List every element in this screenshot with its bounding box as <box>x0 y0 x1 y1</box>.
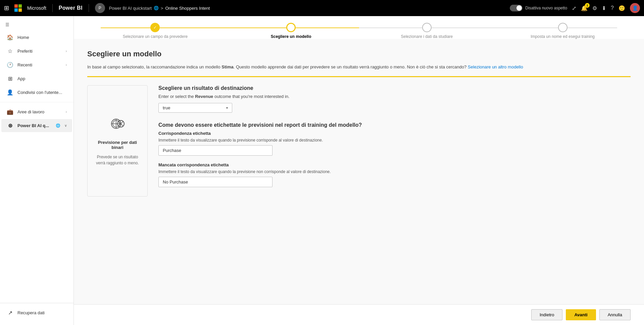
content-description: In base al campo selezionato, la raccoma… <box>87 64 631 71</box>
powerbi-ai-icon: ⊛ <box>7 122 13 129</box>
step-label-1: Selezionare un campo da prevedere <box>123 34 188 39</box>
microsoft-logo <box>14 4 22 12</box>
globe-icon: 🌐 <box>154 6 159 10</box>
step-circle-1: ✓ <box>150 23 160 32</box>
workspace-icon: P <box>95 3 105 13</box>
download-icon[interactable]: ⬇ <box>602 5 606 11</box>
nav-divider2 <box>89 4 89 12</box>
toggle-thumb <box>516 5 522 11</box>
desc-bold: Stima <box>221 64 233 69</box>
step-circle-3 <box>422 23 432 32</box>
wizard-steps: ✓ Selezionare un campo da prevedere Sceg… <box>74 16 644 39</box>
match-label-group: Corrispondenza etichetta Immettere il te… <box>158 131 631 156</box>
match-sublabel: Immettere il testo da visualizzare quand… <box>158 138 631 143</box>
outcome-select-value: true <box>163 105 170 110</box>
step-label-3: Selezionare i dati da studiare <box>401 34 453 39</box>
dest-desc-suffix: outcome that you're most interested in. <box>213 94 289 99</box>
wizard-step-4: Imposta un nome ed esegui training <box>495 23 631 39</box>
sidebar-item-condivisi-label: Condivisi con l'utente... <box>17 90 67 95</box>
notification-icon[interactable]: 🔔 1 <box>581 5 588 11</box>
sidebar-item-home[interactable]: 🏠 Home <box>1 31 72 44</box>
two-column-layout: Previsione per dati binari Prevede se un… <box>87 85 631 197</box>
sidebar-item-powerbi-ai[interactable]: ⊛ Power BI AI q... 🌐 ∨ <box>1 119 72 132</box>
sidebar-item-recupera-dati[interactable]: ↗ Recupera dati <box>1 306 72 319</box>
cancel-button[interactable]: Annulla <box>599 309 631 320</box>
sidebar-item-aree-lavoro-label: Aree di lavoro <box>17 109 62 114</box>
sidebar-bottom: ↗ Recupera dati <box>0 303 73 322</box>
layout: ☰ 🏠 Home ☆ Preferiti › 🕐 Recenti › ⊞ App… <box>0 16 644 325</box>
fullscreen-icon[interactable]: ⤢ <box>572 5 576 11</box>
app-name: Power BI <box>59 5 83 11</box>
outcome-select[interactable]: true ▾ <box>158 103 232 113</box>
sidebar-item-app[interactable]: ⊞ App <box>1 72 72 85</box>
sidebar-item-preferiti[interactable]: ☆ Preferiti › <box>1 45 72 58</box>
no-match-label: Mancata corrispondenza etichetta <box>158 162 631 167</box>
back-button[interactable]: Indietro <box>531 309 562 320</box>
sidebar-divider <box>0 102 73 102</box>
content-area: Scegliere un modello In base al campo se… <box>74 39 644 304</box>
star-icon: ☆ <box>7 48 13 54</box>
settings-icon[interactable]: ⚙ <box>592 5 597 11</box>
globe-sidebar-icon: 🌐 <box>56 123 60 128</box>
match-label-input[interactable] <box>158 145 273 156</box>
step-circle-4 <box>558 23 567 32</box>
notification-badge: 1 <box>585 3 590 8</box>
breadcrumb-item2: Online Shoppers Intent <box>165 6 210 11</box>
toggle-container: Disattiva nuovo aspetto <box>510 5 567 11</box>
step-label-4: Imposta un nome ed esegui training <box>531 34 595 39</box>
home-icon: 🏠 <box>7 34 13 41</box>
workspace-nav-icon: 💼 <box>7 109 13 115</box>
sidebar-item-powerbi-ai-label: Power BI AI q... <box>17 123 52 128</box>
new-look-toggle[interactable] <box>510 5 523 11</box>
no-match-label-input[interactable] <box>158 177 273 187</box>
app-icon: ⊞ <box>7 75 13 82</box>
dest-desc-bold: Revenue <box>195 94 213 99</box>
clock-icon: 🕐 <box>7 62 13 68</box>
select-chevron-icon: ▾ <box>226 106 228 110</box>
waffle-icon[interactable]: ⊞ <box>4 4 9 12</box>
main-area: ✓ Selezionare un campo da prevedere Sceg… <box>74 16 644 325</box>
sidebar-item-recenti[interactable]: 🕐 Recenti › <box>1 58 72 71</box>
sidebar-collapse-button[interactable]: ☰ <box>0 19 73 31</box>
model-card-icon <box>109 116 126 134</box>
company-name: Microsoft <box>27 5 46 11</box>
model-card-description: Prevede se un risultato verrà raggiunto … <box>93 154 142 166</box>
sidebar-item-app-label: App <box>17 76 67 81</box>
sidebar-item-aree-lavoro[interactable]: 💼 Aree di lavoro › <box>1 105 72 118</box>
breadcrumb-separator: > <box>161 6 163 11</box>
toggle-label: Disattiva nuovo aspetto <box>525 6 567 10</box>
help-icon[interactable]: ? <box>611 5 614 11</box>
desc-text1: In base al campo selezionato, la raccoma… <box>87 64 221 69</box>
sidebar-item-recupera-dati-label: Recupera dati <box>17 310 67 315</box>
sidebar-item-condivisi[interactable]: 👤 Condivisi con l'utente... <box>1 86 72 99</box>
wizard-step-1: ✓ Selezionare un campo da prevedere <box>87 23 223 39</box>
destination-title: Scegliere un risultato di destinazione <box>158 85 631 91</box>
avatar[interactable]: 👤 <box>630 3 640 13</box>
external-link-icon: ↗ <box>7 310 13 316</box>
sidebar-item-recenti-label: Recenti <box>17 62 62 67</box>
next-button[interactable]: Avanti <box>566 309 596 320</box>
footer: Indietro Avanti Annulla <box>74 304 644 325</box>
destination-desc: Enter or select the Revenue outcome that… <box>158 94 631 99</box>
select-other-model-link[interactable]: Selezionare un altro modello <box>468 64 523 69</box>
sidebar: ☰ 🏠 Home ☆ Preferiti › 🕐 Recenti › ⊞ App… <box>0 16 74 325</box>
yellow-accent-line <box>87 76 631 77</box>
breadcrumb: Power BI AI quickstart 🌐 > Online Shoppe… <box>109 6 210 11</box>
top-navigation: ⊞ Microsoft Power BI P Power BI AI quick… <box>0 0 644 16</box>
steps-track: ✓ Selezionare un campo da prevedere Sceg… <box>87 23 631 39</box>
chevron-right-icon: › <box>66 49 67 53</box>
chevron-right-icon3: › <box>66 110 67 114</box>
labels-group: Come devono essere etichettate le previs… <box>158 122 631 187</box>
no-match-label-group: Mancata corrispondenza etichetta Immette… <box>158 162 631 187</box>
breadcrumb-item1[interactable]: Power BI AI quickstart <box>109 6 152 11</box>
chevron-right-icon2: › <box>66 63 67 67</box>
hamburger-icon: ☰ <box>5 22 9 27</box>
destination-outcome-group: Scegliere un risultato di destinazione E… <box>158 85 631 113</box>
smiley-icon[interactable]: 🙂 <box>618 5 625 11</box>
sidebar-item-preferiti-label: Preferiti <box>17 49 62 54</box>
desc-text2: . Questo modello apprende dai dati per p… <box>234 64 466 69</box>
dest-desc-prefix: Enter or select the <box>158 94 195 99</box>
match-label: Corrispondenza etichetta <box>158 131 631 136</box>
step-label-2: Scegliere un modello <box>271 34 311 39</box>
labels-title: Come devono essere etichettate le previs… <box>158 122 631 128</box>
